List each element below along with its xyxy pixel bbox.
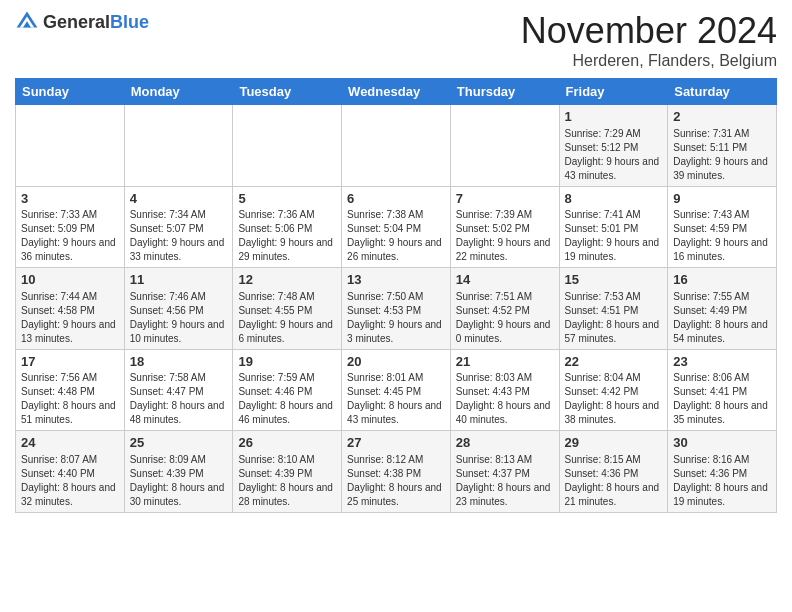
day-info: Sunrise: 7:33 AM Sunset: 5:09 PM Dayligh…: [21, 208, 119, 264]
calendar-cell: 11Sunrise: 7:46 AM Sunset: 4:56 PM Dayli…: [124, 268, 233, 350]
calendar-cell: 27Sunrise: 8:12 AM Sunset: 4:38 PM Dayli…: [342, 431, 451, 513]
week-row-2: 3Sunrise: 7:33 AM Sunset: 5:09 PM Daylig…: [16, 186, 777, 268]
calendar-cell: 28Sunrise: 8:13 AM Sunset: 4:37 PM Dayli…: [450, 431, 559, 513]
day-info: Sunrise: 7:39 AM Sunset: 5:02 PM Dayligh…: [456, 208, 554, 264]
calendar-cell: 29Sunrise: 8:15 AM Sunset: 4:36 PM Dayli…: [559, 431, 668, 513]
day-number: 17: [21, 353, 119, 371]
day-info: Sunrise: 8:15 AM Sunset: 4:36 PM Dayligh…: [565, 453, 663, 509]
day-number: 19: [238, 353, 336, 371]
calendar-cell: 9Sunrise: 7:43 AM Sunset: 4:59 PM Daylig…: [668, 186, 777, 268]
col-monday: Monday: [124, 79, 233, 105]
calendar-cell: 3Sunrise: 7:33 AM Sunset: 5:09 PM Daylig…: [16, 186, 125, 268]
day-number: 16: [673, 271, 771, 289]
col-tuesday: Tuesday: [233, 79, 342, 105]
week-row-4: 17Sunrise: 7:56 AM Sunset: 4:48 PM Dayli…: [16, 349, 777, 431]
calendar-table: Sunday Monday Tuesday Wednesday Thursday…: [15, 78, 777, 513]
calendar-cell: 19Sunrise: 7:59 AM Sunset: 4:46 PM Dayli…: [233, 349, 342, 431]
day-info: Sunrise: 7:50 AM Sunset: 4:53 PM Dayligh…: [347, 290, 445, 346]
day-info: Sunrise: 7:59 AM Sunset: 4:46 PM Dayligh…: [238, 371, 336, 427]
day-number: 7: [456, 190, 554, 208]
day-info: Sunrise: 7:38 AM Sunset: 5:04 PM Dayligh…: [347, 208, 445, 264]
day-info: Sunrise: 7:29 AM Sunset: 5:12 PM Dayligh…: [565, 127, 663, 183]
col-sunday: Sunday: [16, 79, 125, 105]
week-row-3: 10Sunrise: 7:44 AM Sunset: 4:58 PM Dayli…: [16, 268, 777, 350]
calendar-cell: 15Sunrise: 7:53 AM Sunset: 4:51 PM Dayli…: [559, 268, 668, 350]
calendar-cell: [342, 105, 451, 187]
day-number: 23: [673, 353, 771, 371]
calendar-cell: 22Sunrise: 8:04 AM Sunset: 4:42 PM Dayli…: [559, 349, 668, 431]
day-number: 13: [347, 271, 445, 289]
day-info: Sunrise: 7:48 AM Sunset: 4:55 PM Dayligh…: [238, 290, 336, 346]
day-info: Sunrise: 7:34 AM Sunset: 5:07 PM Dayligh…: [130, 208, 228, 264]
day-number: 15: [565, 271, 663, 289]
day-number: 4: [130, 190, 228, 208]
logo-text: GeneralBlue: [43, 12, 149, 33]
logo: GeneralBlue: [15, 10, 149, 34]
day-number: 11: [130, 271, 228, 289]
calendar-cell: 7Sunrise: 7:39 AM Sunset: 5:02 PM Daylig…: [450, 186, 559, 268]
col-saturday: Saturday: [668, 79, 777, 105]
logo-general: General: [43, 12, 110, 32]
day-number: 1: [565, 108, 663, 126]
day-number: 24: [21, 434, 119, 452]
day-number: 30: [673, 434, 771, 452]
day-info: Sunrise: 7:44 AM Sunset: 4:58 PM Dayligh…: [21, 290, 119, 346]
day-info: Sunrise: 8:06 AM Sunset: 4:41 PM Dayligh…: [673, 371, 771, 427]
day-info: Sunrise: 7:41 AM Sunset: 5:01 PM Dayligh…: [565, 208, 663, 264]
calendar-cell: 24Sunrise: 8:07 AM Sunset: 4:40 PM Dayli…: [16, 431, 125, 513]
day-info: Sunrise: 7:43 AM Sunset: 4:59 PM Dayligh…: [673, 208, 771, 264]
month-title: November 2024: [521, 10, 777, 52]
calendar-cell: 17Sunrise: 7:56 AM Sunset: 4:48 PM Dayli…: [16, 349, 125, 431]
calendar-cell: 4Sunrise: 7:34 AM Sunset: 5:07 PM Daylig…: [124, 186, 233, 268]
calendar-cell: 14Sunrise: 7:51 AM Sunset: 4:52 PM Dayli…: [450, 268, 559, 350]
day-number: 18: [130, 353, 228, 371]
calendar-cell: 23Sunrise: 8:06 AM Sunset: 4:41 PM Dayli…: [668, 349, 777, 431]
calendar-cell: 1Sunrise: 7:29 AM Sunset: 5:12 PM Daylig…: [559, 105, 668, 187]
day-info: Sunrise: 8:13 AM Sunset: 4:37 PM Dayligh…: [456, 453, 554, 509]
day-number: 22: [565, 353, 663, 371]
day-info: Sunrise: 8:04 AM Sunset: 4:42 PM Dayligh…: [565, 371, 663, 427]
day-number: 25: [130, 434, 228, 452]
day-info: Sunrise: 7:53 AM Sunset: 4:51 PM Dayligh…: [565, 290, 663, 346]
calendar-cell: 10Sunrise: 7:44 AM Sunset: 4:58 PM Dayli…: [16, 268, 125, 350]
day-info: Sunrise: 8:12 AM Sunset: 4:38 PM Dayligh…: [347, 453, 445, 509]
day-info: Sunrise: 7:51 AM Sunset: 4:52 PM Dayligh…: [456, 290, 554, 346]
day-info: Sunrise: 8:01 AM Sunset: 4:45 PM Dayligh…: [347, 371, 445, 427]
location-subtitle: Herderen, Flanders, Belgium: [521, 52, 777, 70]
day-info: Sunrise: 8:16 AM Sunset: 4:36 PM Dayligh…: [673, 453, 771, 509]
calendar-cell: 26Sunrise: 8:10 AM Sunset: 4:39 PM Dayli…: [233, 431, 342, 513]
calendar-cell: 21Sunrise: 8:03 AM Sunset: 4:43 PM Dayli…: [450, 349, 559, 431]
day-number: 21: [456, 353, 554, 371]
day-info: Sunrise: 7:55 AM Sunset: 4:49 PM Dayligh…: [673, 290, 771, 346]
day-info: Sunrise: 8:10 AM Sunset: 4:39 PM Dayligh…: [238, 453, 336, 509]
calendar-cell: 6Sunrise: 7:38 AM Sunset: 5:04 PM Daylig…: [342, 186, 451, 268]
day-number: 14: [456, 271, 554, 289]
calendar-cell: [16, 105, 125, 187]
day-number: 10: [21, 271, 119, 289]
logo-blue: Blue: [110, 12, 149, 32]
day-info: Sunrise: 7:56 AM Sunset: 4:48 PM Dayligh…: [21, 371, 119, 427]
calendar-cell: [233, 105, 342, 187]
calendar-cell: [124, 105, 233, 187]
calendar-cell: 2Sunrise: 7:31 AM Sunset: 5:11 PM Daylig…: [668, 105, 777, 187]
day-info: Sunrise: 7:36 AM Sunset: 5:06 PM Dayligh…: [238, 208, 336, 264]
calendar-cell: 13Sunrise: 7:50 AM Sunset: 4:53 PM Dayli…: [342, 268, 451, 350]
day-info: Sunrise: 7:46 AM Sunset: 4:56 PM Dayligh…: [130, 290, 228, 346]
day-number: 28: [456, 434, 554, 452]
logo-icon: [15, 10, 39, 34]
day-number: 9: [673, 190, 771, 208]
day-info: Sunrise: 7:31 AM Sunset: 5:11 PM Dayligh…: [673, 127, 771, 183]
day-number: 3: [21, 190, 119, 208]
col-wednesday: Wednesday: [342, 79, 451, 105]
calendar-cell: 16Sunrise: 7:55 AM Sunset: 4:49 PM Dayli…: [668, 268, 777, 350]
day-number: 8: [565, 190, 663, 208]
header: GeneralBlue November 2024 Herderen, Flan…: [15, 10, 777, 70]
day-number: 26: [238, 434, 336, 452]
day-number: 27: [347, 434, 445, 452]
calendar-cell: 5Sunrise: 7:36 AM Sunset: 5:06 PM Daylig…: [233, 186, 342, 268]
title-area: November 2024 Herderen, Flanders, Belgiu…: [521, 10, 777, 70]
day-number: 6: [347, 190, 445, 208]
week-row-5: 24Sunrise: 8:07 AM Sunset: 4:40 PM Dayli…: [16, 431, 777, 513]
calendar-cell: [450, 105, 559, 187]
day-info: Sunrise: 8:03 AM Sunset: 4:43 PM Dayligh…: [456, 371, 554, 427]
